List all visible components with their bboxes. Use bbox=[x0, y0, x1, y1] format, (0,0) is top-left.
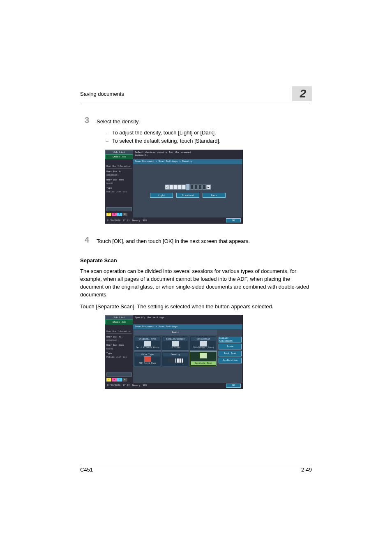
book-scan-tab[interactable]: Book Scan bbox=[219, 351, 242, 356]
quality-adjustment-tab[interactable]: Quality Adjustment bbox=[219, 337, 242, 342]
dark-button[interactable]: Dark bbox=[203, 193, 226, 198]
mfp-density-screen: Job List Check Job Select desired densit… bbox=[105, 150, 243, 224]
footer-page: 2-49 bbox=[301, 467, 312, 473]
mfp-footer: 11/20/2006 17:21 Memory 99% OK bbox=[105, 217, 242, 223]
ok-button[interactable]: OK bbox=[226, 218, 241, 222]
simplex-duplex-tile[interactable]: Simplex/Duplex 1- Sided bbox=[162, 336, 189, 351]
application-tab[interactable]: Application bbox=[219, 358, 242, 363]
instruction-line: Select desired density for the scanned bbox=[135, 151, 191, 154]
page-footer: C451 2-49 bbox=[80, 464, 312, 473]
original-type-icon bbox=[144, 341, 151, 347]
step-number: 4 bbox=[80, 235, 97, 245]
toner-indicator: Y M C K bbox=[106, 212, 132, 216]
job-list-tab[interactable]: Job List bbox=[105, 315, 133, 320]
side-tab-list: Quality Adjustment Erase Book Scan Appli… bbox=[219, 337, 242, 363]
tile-sub: 200x200dpi (Fine) bbox=[193, 347, 214, 349]
section-title: Saving documents bbox=[80, 91, 124, 97]
separate-scan-tile[interactable]: Separate Scan bbox=[190, 352, 217, 366]
body-paragraph: The scan operation can be divided into s… bbox=[80, 268, 312, 298]
mfp-footer: 11/20/2006 17:22 Memory 99% OK bbox=[105, 383, 242, 388]
info-heading: User Box Information bbox=[106, 165, 132, 169]
resolution-icon bbox=[200, 341, 207, 347]
standard-button[interactable]: Standard bbox=[176, 193, 199, 198]
density-cell bbox=[174, 185, 178, 190]
side-info-panel: User Box Information User Box No. 000000… bbox=[105, 164, 133, 217]
footer-mem-label: Memory bbox=[132, 219, 141, 222]
chapter-number: 2 bbox=[292, 86, 312, 101]
footer-mem-value: 99% bbox=[143, 384, 147, 387]
simplex-icon bbox=[172, 341, 179, 347]
breadcrumb: Save Document > Scan Settings bbox=[133, 324, 242, 329]
step-text: Select the density. bbox=[97, 116, 140, 125]
original-type-tile[interactable]: Original Type Text/ Printed Photo bbox=[134, 336, 161, 351]
toner-y: Y bbox=[106, 378, 111, 382]
file-icon bbox=[106, 207, 132, 211]
tile-title: File Type bbox=[135, 353, 160, 356]
density-mini-icon bbox=[168, 358, 183, 363]
tile-title: Density bbox=[163, 353, 188, 356]
footer-mem-label: Memory bbox=[132, 384, 141, 387]
density-right-arrow[interactable]: ▶ bbox=[207, 185, 211, 190]
footer-date: 11/20/2006 bbox=[107, 219, 120, 222]
density-cell bbox=[170, 185, 173, 190]
step-number: 3 bbox=[80, 116, 97, 125]
density-cell bbox=[190, 185, 194, 190]
mfp-basic-screen: Job List Check Job Specify the settings.… bbox=[105, 315, 243, 389]
box-no-label: User Box No. bbox=[106, 170, 132, 173]
erase-tab[interactable]: Erase bbox=[219, 344, 242, 349]
density-slider: ◁ ▶ bbox=[165, 184, 211, 190]
resolution-tile[interactable]: Resolution 200x200dpi (Fine) bbox=[190, 336, 217, 351]
basic-main-area: Basic Original Type Text/ Printed Photo … bbox=[133, 329, 242, 383]
toner-y: Y bbox=[106, 213, 111, 216]
box-name-label: User Box Name bbox=[106, 178, 132, 181]
page-header: Saving documents 2 bbox=[80, 86, 312, 103]
check-job-tab[interactable]: Check Job bbox=[105, 155, 133, 159]
tile-title: Simplex/Duplex bbox=[163, 337, 188, 341]
ok-button[interactable]: OK bbox=[226, 384, 241, 388]
instruction-line: document. bbox=[135, 154, 148, 157]
step-text: Touch [OK], and then touch [OK] in the n… bbox=[97, 235, 250, 245]
bullet-item: To adjust the density, touch [Light] or … bbox=[106, 129, 312, 137]
tile-title: Resolution bbox=[191, 337, 216, 341]
density-cell bbox=[178, 185, 182, 190]
footer-time: 17:22 bbox=[123, 384, 130, 387]
info-heading: User Box Information bbox=[106, 331, 132, 334]
footer-time: 17:21 bbox=[123, 219, 130, 222]
job-list-tab[interactable]: Job List bbox=[105, 150, 133, 155]
box-name-label: User Box Name bbox=[106, 344, 132, 347]
file-type-tile[interactable]: File Type PDF Multi Page bbox=[134, 352, 161, 366]
toner-indicator: Y M C K bbox=[106, 377, 132, 382]
separate-scan-icon bbox=[200, 353, 207, 358]
step-4: 4 Touch [OK], and then touch [OK] in the… bbox=[80, 235, 312, 245]
density-cell bbox=[198, 185, 202, 190]
step-3-bullets: To adjust the density, touch [Light] or … bbox=[80, 129, 312, 145]
tile-sub: 1- Sided bbox=[171, 347, 180, 349]
box-no-value: 000000001 bbox=[106, 174, 132, 177]
toner-m: M bbox=[112, 378, 117, 382]
type-label: Type bbox=[106, 352, 132, 355]
type-value: Public User Box bbox=[106, 190, 132, 193]
box-no-label: User Box No. bbox=[106, 335, 132, 338]
box-no-value: 000000001 bbox=[106, 339, 132, 342]
instruction-text: Specify the settings. bbox=[133, 315, 242, 324]
check-job-tab[interactable]: Check Job bbox=[105, 320, 133, 324]
density-main-area: ◁ ▶ Light Standard Dark bbox=[133, 164, 242, 217]
density-left-arrow[interactable]: ◁ bbox=[165, 185, 169, 190]
body-paragraph: Touch [Separate Scan]. The setting is se… bbox=[80, 303, 312, 311]
density-indicator bbox=[186, 184, 190, 190]
density-cell bbox=[203, 185, 206, 190]
density-tile[interactable]: Density bbox=[162, 352, 189, 366]
type-label: Type bbox=[106, 187, 132, 190]
tile-title: Original Type bbox=[135, 337, 160, 341]
tile-title: Separate Scan bbox=[191, 361, 216, 365]
tile-sub: Text/ Printed Photo bbox=[136, 347, 159, 349]
toner-k: K bbox=[122, 378, 127, 382]
tile-sub: PDF Multi Page bbox=[139, 363, 156, 365]
density-cell bbox=[194, 185, 198, 190]
box-name-value: box01 bbox=[106, 347, 132, 350]
file-icon bbox=[106, 372, 132, 377]
toner-c: C bbox=[117, 213, 122, 216]
light-button[interactable]: Light bbox=[150, 193, 173, 198]
bullet-item: To select the default setting, touch [St… bbox=[106, 137, 312, 145]
box-name-value: box01 bbox=[106, 182, 132, 185]
